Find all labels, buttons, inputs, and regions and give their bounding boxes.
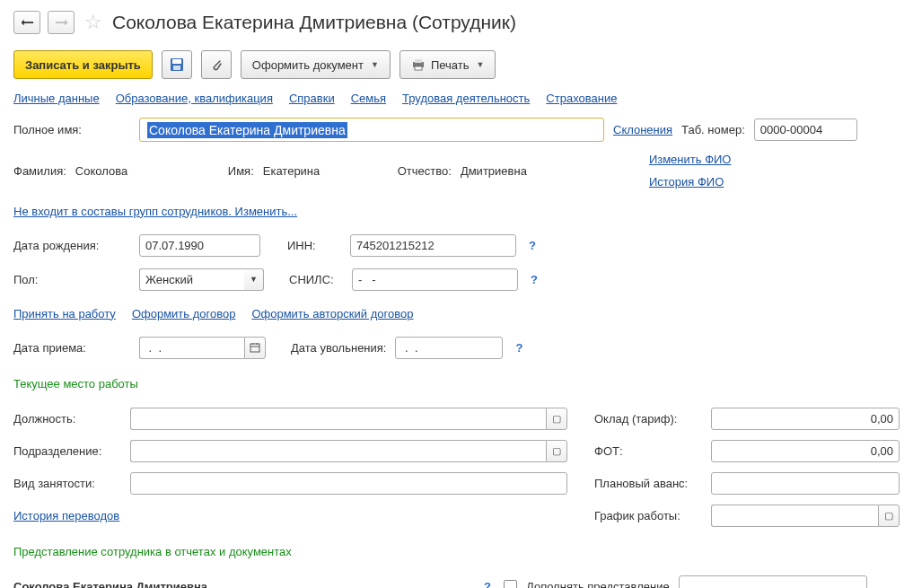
chevron-down-icon: ▼ [371,60,379,69]
tab-labor[interactable]: Трудовая деятельность [402,92,530,105]
hire-link[interactable]: Принять на работу [13,307,116,320]
fire-date-input[interactable] [395,337,503,359]
department-input[interactable] [130,440,546,462]
back-button[interactable]: 🠔 [13,11,40,34]
position-label: Должность: [13,412,121,426]
tab-insurance[interactable]: Страхование [546,92,617,105]
svg-rect-1 [172,59,181,64]
tab-family[interactable]: Семья [351,92,386,105]
fot-input[interactable] [711,440,900,462]
tab-education[interactable]: Образование, квалификация [116,92,273,105]
svg-rect-2 [173,66,180,70]
svg-rect-5 [415,66,422,70]
attach-button[interactable] [201,50,232,79]
make-document-button[interactable]: Оформить документ ▼ [241,50,391,79]
save-button[interactable] [162,50,192,79]
transfer-history-link[interactable]: История переводов [13,509,119,522]
salary-label: Оклад (тариф): [594,412,702,426]
arrow-right-icon: 🠖 [55,15,68,31]
fire-date-label: Дата увольнения: [291,341,386,355]
lastname-value: Соколова [75,164,219,178]
tab-number-label: Таб. номер: [681,123,745,136]
sex-select[interactable] [139,268,244,291]
extend-representation-checkbox[interactable] [504,580,517,589]
firstname-label: Имя: [228,164,254,178]
paperclip-icon [209,57,224,72]
inn-label: ИНН: [287,239,341,252]
hire-date-calendar-icon[interactable] [244,337,266,359]
arrow-left-icon: 🠔 [21,15,34,31]
plan-advance-input[interactable] [711,472,900,495]
salary-input[interactable] [711,408,900,430]
emp-type-label: Вид занятости: [13,477,121,490]
representation-title: Представление сотрудника в отчетах и док… [13,545,900,558]
history-fio-link[interactable]: История ФИО [649,175,732,189]
extend-representation-label: Дополнять представление [526,580,670,589]
position-open-icon[interactable]: ▢ [546,408,567,430]
snils-help-icon[interactable]: ? [527,273,541,286]
inn-help-icon[interactable]: ? [525,239,540,252]
current-place-title: Текущее место работы [13,377,900,391]
author-contract-link[interactable]: Оформить авторский договор [251,307,413,320]
print-button[interactable]: Печать ▼ [399,50,496,79]
sex-label: Пол: [13,273,130,286]
svg-rect-6 [250,344,259,352]
patronymic-value: Дмитриевна [461,164,640,178]
department-label: Подразделение: [13,444,121,458]
representation-help-icon[interactable]: ? [480,580,495,589]
tab-number-input[interactable] [754,118,857,141]
favorite-star-icon[interactable]: ☆ [82,11,105,34]
contract-link[interactable]: Оформить договор [132,307,236,320]
patronymic-label: Отчество: [398,164,452,178]
birthdate-input[interactable] [139,234,260,257]
printer-icon [411,57,426,72]
svg-rect-4 [415,59,422,63]
schedule-input[interactable] [711,505,878,527]
change-fio-link[interactable]: Изменить ФИО [649,153,732,166]
tab-personal[interactable]: Личные данные [13,92,100,105]
forward-button[interactable]: 🠖 [48,11,75,34]
inn-input[interactable] [350,234,516,257]
firstname-value: Екатерина [263,164,389,178]
sex-dropdown-icon[interactable]: ▼ [244,268,264,291]
page-title: Соколова Екатерина Дмитриевна (Сотрудник… [112,12,516,33]
chevron-down-icon: ▼ [476,60,484,69]
hire-date-input[interactable] [139,337,244,359]
fire-date-help-icon[interactable]: ? [512,341,526,355]
floppy-icon [170,57,184,72]
fullname-input[interactable]: Соколова Екатерина Дмитриевна [139,118,604,142]
save-close-button[interactable]: Записать и закрыть [13,50,153,79]
declinations-link[interactable]: Склонения [613,123,672,136]
groups-note-link[interactable]: Не входит в составы групп сотрудников. И… [13,205,297,218]
fullname-label: Полное имя: [13,123,130,136]
plan-advance-label: Плановый аванс: [594,477,702,490]
snils-label: СНИЛС: [289,273,343,286]
department-open-icon[interactable]: ▢ [546,440,567,462]
extend-representation-input[interactable] [679,575,867,589]
schedule-label: График работы: [594,509,702,522]
schedule-open-icon[interactable]: ▢ [878,505,900,527]
calendar-icon [250,342,260,353]
lastname-label: Фамилия: [13,164,66,178]
position-input[interactable] [130,408,546,430]
hire-date-label: Дата приема: [13,341,130,355]
emp-type-input[interactable] [130,472,567,495]
representation-text: Соколова Екатерина Дмитриевна [13,580,471,589]
snils-input[interactable] [352,268,518,291]
birthdate-label: Дата рождения: [13,239,130,252]
fot-label: ФОТ: [594,444,702,458]
tab-refs[interactable]: Справки [289,92,335,105]
